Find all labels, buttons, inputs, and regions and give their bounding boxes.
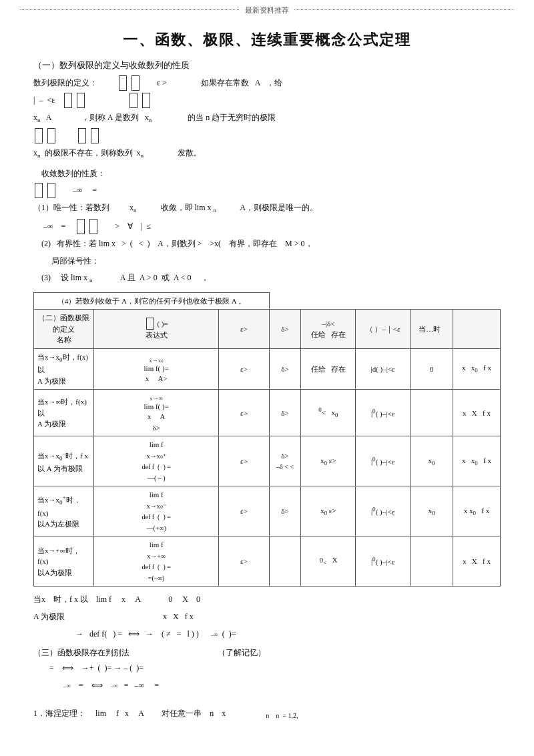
- brace-box-8: [47, 128, 55, 143]
- box-p1b: [47, 183, 55, 198]
- ls-arrow-sub: –∞: [211, 631, 218, 639]
- table-row-3: 当x→x0–时，f x以 A 为有极限 lim f x→x₀⁺ def f ( …: [34, 436, 501, 486]
- convergence-props-header: 收敛数列的性质：: [33, 166, 501, 181]
- prop1b-line: –∞ = > ∀ | ≤: [33, 219, 501, 234]
- cell-row4-eps: ε>: [219, 486, 269, 536]
- cell-sub4: （4）若数列收敛于 A，则它的任何子列也收敛于极限 A 。: [34, 292, 270, 310]
- haibao-section: 1．海涅定理： lim f x A 对任意一串 n x n n = 1,2,: [13, 706, 521, 722]
- lim-arrow: –∞: [211, 631, 218, 639]
- cell-row4-given: x0 ε>: [301, 486, 356, 536]
- xn2-sub: n: [149, 117, 152, 123]
- row3-bracket: —( – ): [148, 474, 166, 482]
- th-eps: ε>: [219, 310, 269, 349]
- row3-blt: –δ < <: [276, 463, 294, 470]
- brace-box-6: [142, 93, 150, 108]
- cell-row3-name: 当x→x0–时，f x以 A 为有极限: [34, 436, 94, 486]
- a-and-text: A 且 A > 0 或 A < 0: [120, 273, 192, 282]
- th-name: （二）函数极限的定义名称: [34, 310, 94, 349]
- cell-row1-name: 当x→x0时，f(x)以A 为极限: [34, 348, 94, 390]
- cell-row4-expr: lim f x→x₀⁻ def f ( ) = —(+∞): [94, 486, 219, 536]
- lim-sub-1: x→x₀: [149, 357, 164, 364]
- boundedness-text: 有界性：若 lim x: [57, 239, 115, 248]
- definition-table: （4）若数列收敛于 A，则它的任何子列也收敛于极限 A 。 （二）函数极限的定义…: [33, 292, 501, 587]
- box-q2: [89, 219, 97, 234]
- th-given: –|δ<任给 存在: [301, 310, 356, 349]
- cell-row1-when: 0: [410, 348, 453, 390]
- cell-row2-name: 当x→∞时，f(x)以A 为极限: [34, 390, 94, 436]
- ls-inf: –∞: [63, 683, 71, 690]
- table-row-4: （4）若数列收敛于 A，则它的任何子列也收敛于极限 A 。: [34, 292, 501, 310]
- prop1-line: –∞ =: [33, 183, 501, 198]
- row5-expr-sub: x→+∞: [147, 552, 166, 560]
- brace-box-5: [129, 93, 138, 108]
- cell-row5-eps: ε>: [219, 536, 269, 587]
- th-cond: （ ）–｜<ε: [356, 310, 411, 349]
- cell-row3-delta: δ> –δ < <: [269, 436, 301, 486]
- lim-sub-2: x→∞: [150, 395, 163, 402]
- brace-box-7: [35, 128, 43, 143]
- cell-row1-delta: δ>: [269, 348, 301, 390]
- cell-row2-when: [410, 390, 453, 436]
- no-limit-text: 的极限不存在，则称数列: [45, 148, 133, 157]
- lim-main-1: lim f( )=: [144, 364, 169, 373]
- brace-box-9: [78, 128, 86, 143]
- cell-row2-cond: |0( )–|<ε: [356, 390, 411, 436]
- M0-text: M > 0，: [285, 239, 312, 248]
- section3-header-line: （三）函数极限存在判别法 （了解记忆）: [33, 647, 501, 659]
- local-sign-text: 局部保号性：: [51, 256, 99, 266]
- cell-row5-given: 0< X: [301, 536, 356, 587]
- def-row3: xn A ，则称 A 是数列 xn 的当 n 趋于无穷时的极限: [33, 110, 501, 126]
- row5-def-f: def f ( ) =: [142, 563, 171, 571]
- limit-unique: A，则极限是唯一的。: [240, 203, 318, 212]
- cell-row4-name: 当x→x0+时，f(x)以A为左极限: [34, 486, 94, 536]
- top-banner: 最新资料推荐: [0, 0, 534, 18]
- diverge-text: 发散。: [178, 148, 202, 157]
- main-content: （一）数列极限的定义与收敛数列的性质 数列极限的定义： ε > 如果存在常数: [0, 59, 534, 723]
- brace-box-4: [77, 93, 85, 108]
- section3-label: （三）函数极限存在判别法: [33, 648, 129, 657]
- section3-formula1: = ⟺ →+ ( )= → – ( )=: [33, 661, 501, 676]
- cell-row3-cond: |0( )–|<ε: [356, 436, 411, 486]
- abs-symbol: |: [33, 95, 35, 105]
- cell-row4-result: x x0 f x: [453, 486, 500, 536]
- haibao-forall: 对任意一串 n x: [162, 709, 226, 718]
- def-label-line: 数列极限的定义： ε > 如果存在常数 A ，给: [33, 75, 501, 91]
- conv-text: 收敛，即 lim x: [161, 203, 212, 212]
- row4-def-f: def f ( ) =: [142, 513, 171, 520]
- th-delta: δ>: [269, 310, 301, 349]
- ls-inf2-sub: –∞: [111, 683, 118, 690]
- section3-note: （了解记忆）: [218, 648, 266, 657]
- cell-row1-given: 任给 存在: [301, 348, 356, 390]
- prop2-line: (2) 有界性：若 lim x > ( < ) A，则数列 > >x( 有界，即…: [33, 236, 501, 252]
- th-expr: ( )=表达式: [94, 310, 219, 349]
- cell-row3-when: x0: [410, 436, 453, 486]
- cell-row5-when: [410, 536, 453, 587]
- given-text: ，给: [266, 78, 282, 87]
- lim-stack-2: x→∞ lim f( )=: [144, 395, 169, 411]
- cell-row5-delta: [269, 536, 301, 587]
- uniqueness-text: （1）唯一性：若数列: [33, 203, 109, 212]
- row3-def-f: def f ( ) =: [142, 463, 171, 470]
- banner-text: 最新资料推荐: [240, 6, 294, 14]
- ls-inf-sub: –∞: [63, 683, 71, 690]
- page-container: 最新资料推荐 一、函数、极限、连续重要概念公式定理 （一）数列极限的定义与收敛数…: [0, 0, 534, 756]
- summary-line1: 当x 时，f x 以 lim f x A 0 X 0: [33, 592, 501, 607]
- row5-bracket: =(–∞): [148, 575, 164, 582]
- def-area: 数列极限的定义： ε > 如果存在常数 A ，给 | –: [33, 75, 501, 162]
- section3-area: （三）函数极限存在判别法 （了解记忆） = ⟺ →+ ( )= → – ( )=: [33, 647, 501, 693]
- xn-sub: n: [37, 117, 41, 123]
- th-empty: [453, 310, 500, 349]
- table-row-2: 当x→∞时，f(x)以A 为极限 x→∞ lim f( )= x Aδ> ε> …: [34, 390, 501, 436]
- th-when: 当…时: [410, 310, 453, 349]
- cell-row3-eps: ε>: [219, 436, 269, 486]
- def-row4: [33, 128, 501, 143]
- def-row2: | – <ε: [33, 93, 501, 108]
- brace-box-10: [91, 128, 99, 143]
- brace-box-2: [131, 75, 140, 91]
- cell-row2-eps: ε>: [219, 390, 269, 436]
- cell-row1-cond: |d( )–|<ε: [356, 348, 411, 390]
- set-text: 设 lim x: [61, 273, 87, 282]
- def-diverge: xn 的极限不存在，则称数列 xn 发散。: [33, 145, 501, 161]
- brace-box-3: [64, 93, 72, 108]
- cell-row1-eps: ε>: [219, 348, 269, 390]
